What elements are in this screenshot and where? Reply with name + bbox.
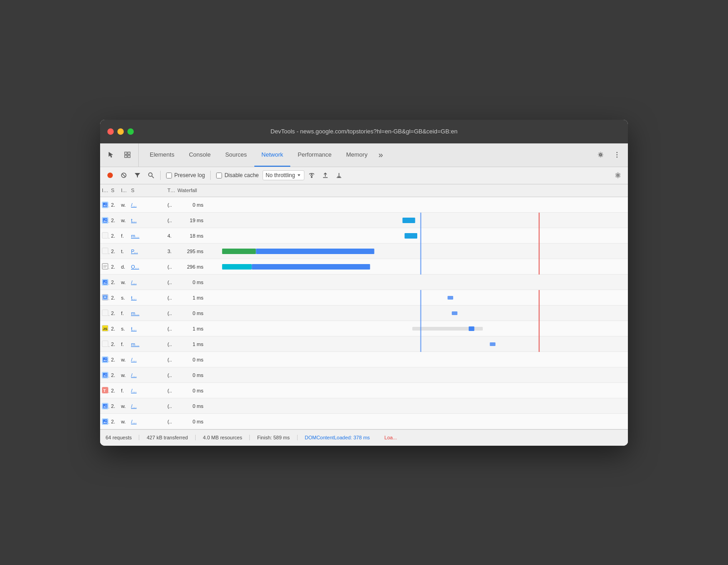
window-title: DevTools - news.google.com/topstories?hl… [271, 128, 458, 135]
table-row[interactable]: 2. w. /... (.. 0 ms [100, 414, 628, 429]
tab-icon-group [104, 143, 139, 167]
svg-rect-20 [403, 218, 415, 223]
row-waterfall [205, 305, 628, 321]
cursor-icon[interactable] [104, 148, 118, 162]
row-name: /... [129, 388, 166, 393]
table-row[interactable]: 2. w. /... (.. 0 ms [100, 398, 628, 414]
col-status-header[interactable]: I▼ [100, 188, 109, 193]
table-row[interactable]: 2. t. P... 3. 295 ms [100, 244, 628, 259]
row-waterfall [205, 244, 628, 259]
row-col4: (.. [166, 280, 176, 285]
preserve-log-label[interactable]: Preserve log [163, 172, 207, 178]
svg-rect-53 [469, 326, 474, 331]
row-col1: 2. [109, 295, 119, 300]
tab-elements[interactable]: Elements [142, 143, 182, 167]
col-initiator-header[interactable]: S [129, 188, 166, 193]
row-icon-cell [100, 279, 109, 285]
tab-console[interactable]: Console [182, 143, 218, 167]
disable-cache-checkbox[interactable] [216, 173, 222, 178]
settings-gear-icon[interactable] [593, 148, 608, 162]
tab-sources[interactable]: Sources [218, 143, 254, 167]
table-row[interactable]: JS 2. s. t... (.. 1 ms [100, 321, 628, 336]
row-name: m... [129, 233, 166, 239]
col-method-header[interactable]: S [109, 188, 119, 193]
clear-button[interactable] [117, 169, 130, 182]
minimize-button[interactable] [117, 128, 124, 135]
table-row[interactable]: T 2. f. /... (.. 0 ms [100, 383, 628, 398]
row-col1: 2. [109, 419, 119, 424]
row-col2: w. [119, 403, 129, 409]
more-options-icon[interactable] [610, 148, 624, 162]
close-button[interactable] [107, 128, 114, 135]
row-name: /... [129, 419, 166, 424]
row-name: /... [129, 403, 166, 409]
col-type-header[interactable]: I... [119, 188, 129, 193]
row-icon-cell [100, 202, 109, 208]
devtools-panel: Elements Console Sources Network Perform… [100, 143, 628, 446]
svg-rect-2 [125, 155, 127, 158]
row-col2: f. [119, 341, 129, 347]
table-header: I▼ S I... S Time Waterfall [100, 184, 628, 197]
row-icon-cell [100, 356, 109, 363]
tab-memory[interactable]: Memory [339, 143, 375, 167]
main-tabs: Elements Console Sources Network Perform… [142, 143, 593, 167]
network-toolbar: Preserve log Disable cache No throttling [100, 167, 628, 184]
row-col2: d. [119, 264, 129, 270]
table-row[interactable]: 2. w. /... (.. 0 ms [100, 197, 628, 213]
row-name: O... [129, 264, 166, 270]
table-row[interactable]: 2. f. m... (.. 0 ms [100, 305, 628, 321]
svg-text:JS: JS [103, 327, 107, 331]
tab-performance[interactable]: Performance [290, 143, 339, 167]
row-col1: 2. [109, 372, 119, 378]
table-row[interactable]: 2. w. /... (.. 0 ms [100, 367, 628, 383]
inspect-icon[interactable] [120, 148, 135, 162]
preserve-log-checkbox[interactable] [166, 173, 172, 178]
svg-point-4 [617, 152, 617, 153]
search-button[interactable] [145, 169, 157, 182]
row-icon-cell [100, 372, 109, 378]
table-row[interactable]: 2. s. t... (.. 1 ms [100, 290, 628, 305]
upload-icon[interactable] [319, 169, 332, 182]
filter-button[interactable] [131, 169, 144, 182]
record-button[interactable] [104, 169, 116, 182]
network-settings-icon[interactable] [612, 169, 624, 182]
row-col1: 2. [109, 249, 119, 254]
row-name: /... [129, 280, 166, 285]
row-icon-cell: JS [100, 325, 109, 332]
download-icon[interactable] [333, 169, 345, 182]
row-icon-cell [100, 248, 109, 255]
table-row[interactable]: 2. w. t... (.. 19 ms [100, 213, 628, 228]
row-col2: f. [119, 310, 129, 316]
table-row[interactable]: 2. f. m... 4. 18 ms [100, 228, 628, 244]
table-row[interactable]: 2. w. /... (.. 0 ms [100, 352, 628, 367]
network-conditions-icon[interactable] [305, 169, 318, 182]
row-icon-cell [100, 341, 109, 348]
row-name: t... [129, 218, 166, 223]
table-row[interactable]: 2. f. m... (.. 1 ms [100, 336, 628, 352]
requests-count: 64 requests [106, 435, 139, 440]
throttle-select[interactable]: No throttling [263, 170, 305, 180]
table-row[interactable]: 2. w. /... (.. 0 ms [100, 275, 628, 290]
row-col1: 2. [109, 357, 119, 362]
row-name: m... [129, 310, 166, 316]
disable-cache-label[interactable]: Disable cache [213, 172, 261, 178]
row-time: 1 ms [176, 326, 205, 331]
row-col2: f. [119, 388, 129, 393]
row-col4: (.. [166, 341, 176, 347]
row-time: 0 ms [176, 388, 205, 393]
tab-network[interactable]: Network [254, 143, 291, 167]
svg-rect-34 [222, 264, 252, 270]
maximize-button[interactable] [127, 128, 134, 135]
row-waterfall [205, 414, 628, 429]
row-col2: w. [119, 372, 129, 378]
more-tabs-button[interactable]: » [375, 143, 387, 167]
status-bar: 64 requests 427 kB transferred 4.0 MB re… [100, 429, 628, 446]
row-col2: s. [119, 295, 129, 300]
svg-text:T: T [103, 388, 106, 393]
col-time-header[interactable]: Time [166, 188, 176, 193]
svg-rect-18 [103, 218, 107, 223]
table-row[interactable]: 2. d. O... (.. 296 ms [100, 259, 628, 275]
load-time: Loa... [377, 435, 404, 440]
toolbar-divider-1 [160, 171, 161, 180]
row-col4: (.. [166, 388, 176, 393]
